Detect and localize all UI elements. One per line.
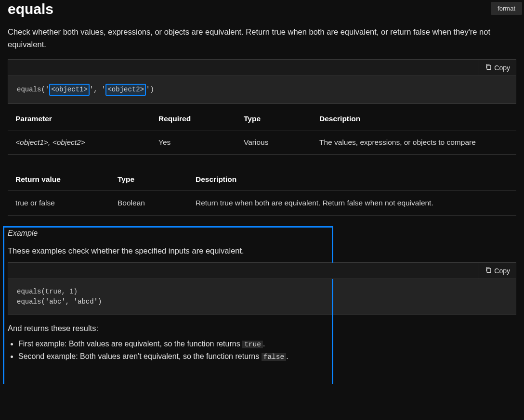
result1-text: First example: Both values are equivalen…: [18, 340, 242, 348]
table-row: true or false Boolean Return true when b…: [8, 191, 516, 216]
th-parameter: Parameter: [8, 108, 151, 130]
copy-icon: [485, 64, 492, 72]
th-required: Required: [151, 108, 236, 130]
th-return-description: Description: [188, 168, 516, 191]
example-codeblock: Copy equals(true, 1) equals('abc', 'abcd…: [8, 262, 516, 315]
code-toolbar: Copy: [8, 60, 516, 76]
th-return-value: Return value: [8, 168, 110, 191]
svg-rect-0: [487, 65, 491, 70]
parameters-table: Parameter Required Type Description <obj…: [8, 108, 516, 155]
sig-suffix: '): [146, 86, 154, 93]
signature-code: equals('<object1>', '<object2>'): [8, 76, 516, 103]
copy-icon: [485, 267, 492, 275]
copy-button[interactable]: Copy: [479, 60, 516, 76]
result2-text: Second example: Both values aren't equiv…: [18, 352, 262, 360]
returns-table: Return value Type Description true or fa…: [8, 168, 516, 216]
signature-codeblock: Copy equals('<object1>', '<object2>'): [8, 59, 516, 104]
example-code: equals(true, 1) equals('abc', 'abcd'): [8, 279, 516, 315]
td-param: <object1>, <object2>: [8, 130, 151, 155]
result2-code: false: [262, 353, 287, 361]
table-row: <object1>, <object2> Yes Various The val…: [8, 130, 516, 155]
list-item: Second example: Both values aren't equiv…: [18, 352, 516, 361]
results-intro: And returns these results:: [8, 324, 516, 333]
sig-prefix: equals(': [17, 86, 49, 93]
copy-label: Copy: [494, 64, 510, 72]
td-return-value: true or false: [8, 191, 110, 216]
th-type: Type: [236, 108, 312, 130]
format-tag: format: [491, 2, 522, 15]
result2-suffix: .: [286, 352, 288, 360]
results-list: First example: Both values are equivalen…: [18, 340, 516, 361]
list-item: First example: Both values are equivalen…: [18, 340, 516, 348]
example-intro: These examples check whether the specifi…: [8, 246, 516, 255]
th-description: Description: [312, 108, 516, 130]
sig-param1: <object1>: [49, 84, 90, 96]
example-heading: Example: [8, 229, 516, 238]
copy-button[interactable]: Copy: [479, 263, 516, 279]
td-description: The values, expressions, or objects to c…: [312, 130, 516, 155]
page-title: equals: [8, 0, 516, 17]
svg-rect-1: [487, 268, 491, 273]
result1-code: true: [242, 341, 263, 348]
td-required: Yes: [151, 130, 236, 155]
function-description: Check whether both values, expressions, …: [8, 26, 513, 51]
sig-param2: <object2>: [105, 84, 146, 96]
td-return-type: Boolean: [110, 191, 188, 216]
result1-suffix: .: [263, 340, 265, 348]
td-return-description: Return true when both are equivalent. Re…: [188, 191, 516, 216]
code-toolbar: Copy: [8, 263, 516, 279]
example-section: Example These examples check whether the…: [8, 229, 516, 361]
page: equals Check whether both values, expres…: [0, 0, 524, 384]
copy-label: Copy: [494, 267, 510, 275]
td-type: Various: [236, 130, 312, 155]
sig-between: ', ': [90, 86, 106, 93]
th-return-type: Type: [110, 168, 188, 191]
